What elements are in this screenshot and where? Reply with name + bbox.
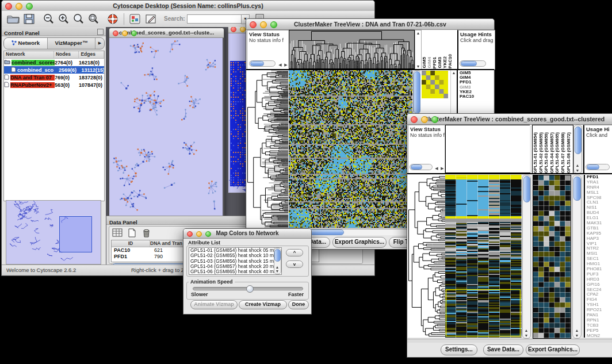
done-button[interactable]: Done <box>288 300 309 309</box>
network-table-row[interactable]: combined_sco2569(6)13112(15) <box>4 66 104 74</box>
animation-speed-slider[interactable] <box>193 287 303 290</box>
close-button[interactable] <box>113 30 118 36</box>
close-button[interactable] <box>187 231 193 237</box>
gene-label[interactable]: PEP5 <box>587 328 612 334</box>
minimize-button[interactable] <box>260 21 267 28</box>
matrix-column-label[interactable]: YKE2 <box>442 56 447 68</box>
search-input[interactable] <box>187 14 242 24</box>
gene-label[interactable]: RPO21 <box>587 308 612 313</box>
scroll-left-arrow[interactable]: ◀ <box>434 166 439 170</box>
matrix-column-label[interactable]: GPL51-01 (GSM854) <box>533 132 538 173</box>
tv2-heatmap-canvas[interactable] <box>445 175 522 338</box>
gene-label[interactable]: GTB1 <box>587 226 612 231</box>
column-header[interactable]: Edges <box>79 51 104 58</box>
attribute-list[interactable]: GPL51-01 (GSM854) heat shock 05 minGPL51… <box>189 247 282 275</box>
network-table-row[interactable]: combined_scores2764(0)16218(0) <box>4 59 104 66</box>
tab-overflow-arrow[interactable]: ▶ <box>95 38 104 49</box>
scroll-left-arrow[interactable]: ◀ <box>277 63 283 67</box>
tab-network[interactable]: Network <box>4 38 48 49</box>
gene-label[interactable]: PHO81 <box>587 267 612 272</box>
gene-label[interactable]: NIS1 <box>587 205 612 210</box>
zoom-button[interactable] <box>131 30 137 36</box>
gene-label[interactable]: TCB3 <box>587 323 612 328</box>
gene-label[interactable]: YRA1 <box>587 180 612 185</box>
float-panel-icon[interactable] <box>97 29 104 35</box>
tv2-status-scrollbar[interactable] <box>410 164 433 170</box>
attribute-list-item[interactable]: GPL51-07 (GSM868) heat shock 60 min <box>189 274 281 275</box>
tv1-status-scrollbar[interactable] <box>249 60 276 67</box>
zoom-in-icon[interactable] <box>57 13 71 25</box>
treeview1-titlebar[interactable]: ClusterMaker TreeView : DNA and Tran 07-… <box>246 19 494 30</box>
matrix-row-label[interactable]: PAC10 <box>460 94 493 99</box>
animate-vizmap-button[interactable]: Animate Vizmap <box>190 300 238 309</box>
tv1-mini-heatmap[interactable] <box>422 71 448 98</box>
gene-label[interactable]: PFD1 <box>587 175 612 180</box>
gene-label[interactable]: CPA2 <box>587 292 612 297</box>
close-button[interactable] <box>231 27 236 32</box>
tv1-hints-scrollbar[interactable] <box>460 60 486 67</box>
gene-label[interactable]: PAN1 <box>587 313 612 318</box>
main-titlebar[interactable]: Cytoscape Desktop (Session Name: collins… <box>2 1 374 12</box>
tv1-heatmap-canvas[interactable] <box>289 70 412 228</box>
minimize-button[interactable] <box>240 27 246 32</box>
matrix-column-label[interactable]: GPL51-07 (GSM868) <box>560 132 566 173</box>
gene-label[interactable]: SPC98 <box>587 196 612 201</box>
settings--button[interactable]: Settings... <box>441 344 477 355</box>
column-header[interactable]: ID <box>112 240 150 247</box>
dp-new-doc-icon[interactable] <box>126 228 137 240</box>
tv2-column-dendrogram[interactable] <box>445 125 530 173</box>
gene-label[interactable]: MSL1 <box>587 190 612 196</box>
matrix-column-label[interactable]: GIM4 <box>427 57 432 68</box>
save-data--button[interactable]: Save Data... <box>483 344 523 355</box>
gene-label[interactable]: HAP3 <box>587 236 612 242</box>
matrix-column-label[interactable]: GPL51-06 (GSM865) <box>554 132 560 173</box>
zoom-button[interactable] <box>270 21 277 28</box>
matrix-column-label[interactable]: PFD1 <box>432 57 437 68</box>
gene-label[interactable]: HMG1 <box>587 262 612 267</box>
tv2-hints-scrollbar[interactable] <box>586 164 610 170</box>
gene-label[interactable]: MSI1 <box>587 251 612 256</box>
dp-delete-icon[interactable] <box>140 228 152 240</box>
gene-label[interactable]: CLN1 <box>587 200 612 205</box>
move-down-button[interactable]: v <box>286 260 303 268</box>
tv2-detail-heatmap[interactable] <box>533 175 571 339</box>
help-lifebuoy-icon[interactable] <box>106 13 120 25</box>
gene-label[interactable]: BUD4 <box>587 210 612 216</box>
gene-label[interactable]: GPI16 <box>587 282 612 288</box>
tv1-column-dendrogram[interactable] <box>289 30 415 69</box>
tv2-collabel-scrollbar[interactable]: ▲▼ <box>573 125 582 174</box>
zoom-button[interactable] <box>431 116 438 123</box>
create-vizmap-button[interactable]: Create Vizmap <box>239 300 287 309</box>
close-button[interactable] <box>411 116 418 123</box>
matrix-column-label[interactable]: GIM3 <box>437 57 442 68</box>
scroll-right-arrow[interactable]: ▶ <box>283 63 289 67</box>
tv1-row-dendrogram[interactable] <box>247 70 288 228</box>
vizmapper-icon[interactable] <box>128 13 142 25</box>
tv1-col-scroll-strip[interactable]: ▲▼ <box>415 30 422 70</box>
gene-label[interactable]: PUF3 <box>587 272 612 277</box>
gene-label[interactable]: MON2 <box>587 334 612 338</box>
zoom-button[interactable] <box>205 231 211 237</box>
network-view-canvas[interactable] <box>109 38 223 216</box>
zoom-fit-icon[interactable] <box>87 13 101 25</box>
matrix-column-label[interactable]: GPL51-08 (GSM872) <box>566 132 572 173</box>
gene-label[interactable]: NTR2 <box>587 246 612 251</box>
close-button[interactable] <box>250 21 257 28</box>
minimize-button[interactable] <box>421 116 428 123</box>
dp-table-icon[interactable] <box>112 228 123 240</box>
slider-thumb[interactable] <box>246 285 254 293</box>
gene-label[interactable]: YSH1 <box>587 302 612 308</box>
minimize-button[interactable] <box>196 231 202 237</box>
matrix-column-label[interactable]: GPL51-04 (GSM857) <box>549 132 555 173</box>
tv2-row-dendrogram[interactable] <box>408 175 445 338</box>
export-graphics--button[interactable]: Export Graphics... <box>332 237 387 248</box>
annotation-icon[interactable] <box>144 13 158 25</box>
matrix-column-label[interactable]: GPL51-02 (GSM855) <box>538 132 544 173</box>
save-icon[interactable] <box>22 13 36 25</box>
column-header[interactable]: Network <box>4 51 54 58</box>
network-overview-thumbnail[interactable] <box>6 200 101 265</box>
tab-vizmapper[interactable]: VizMapper™ <box>48 38 95 49</box>
zoom-out-icon[interactable] <box>42 13 56 25</box>
network-table-row[interactable]: DNA and Tran 07769(0)183728(0) <box>4 74 104 81</box>
column-header[interactable]: Nodes <box>54 51 79 58</box>
